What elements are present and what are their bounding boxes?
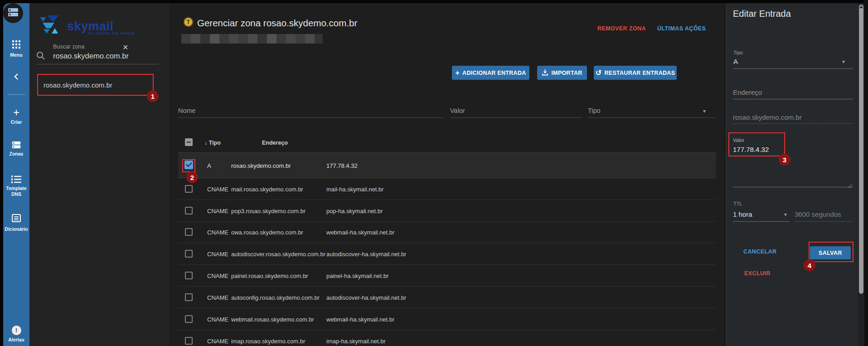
collapse-chevron-icon[interactable] [3, 73, 29, 80]
page-title: Gerenciar zona rosao.skydemo.com.br [197, 18, 357, 29]
row-checkbox[interactable] [185, 250, 193, 258]
redacted-text [181, 34, 323, 44]
table-row[interactable]: CNAMEimap.rosao.skydemo.com.brimap-ha.sk… [178, 330, 716, 346]
remove-zone-button[interactable]: REMOVER ZONA [597, 25, 646, 32]
clear-search-icon[interactable]: ✕ [122, 43, 128, 52]
edit-panel-title: Editar Entrada [733, 9, 791, 19]
save-button[interactable]: SALVAR [810, 246, 851, 259]
row-checkbox[interactable] [185, 272, 193, 279]
table-row[interactable]: CNAMEowa.rosao.skydemo.com.brwebmail-ha.… [178, 221, 716, 243]
cancel-button[interactable]: CANCELAR [743, 249, 776, 255]
sidebar-item-template-dns[interactable]: TemplateDNS [3, 185, 29, 197]
sidebar-divider [8, 94, 25, 95]
table-row[interactable]: CNAMEpop3.rosao.skydemo.com.brpop-ha.sky… [178, 200, 716, 222]
chevron-down-icon[interactable]: ▾ [784, 211, 787, 218]
endereco-hint: rosao.skydemo.com.br [733, 113, 802, 121]
sidebar-item-zonas[interactable]: Zonas [3, 151, 29, 157]
row-checkbox[interactable] [185, 337, 193, 345]
scroll-up-arrow-icon[interactable] [859, 5, 863, 8]
table-row[interactable]: CNAMEpainel.rosao.skydemo.com.brpainel-h… [178, 265, 716, 287]
endereco-input[interactable]: Endereço [733, 88, 762, 96]
zone-result-label: rosao.skydemo.com.br [44, 81, 112, 89]
chevron-down-icon[interactable]: ▾ [842, 58, 845, 65]
zone-result-item[interactable]: rosao.skydemo.com.br [37, 74, 154, 96]
filter-tipo-underline [588, 117, 715, 118]
delete-button[interactable]: EXCLUIR [744, 270, 771, 277]
tipo-underline [733, 68, 853, 69]
row-checkbox[interactable] [185, 185, 193, 193]
app-switcher-button[interactable] [3, 3, 23, 23]
sidebar-item-menu[interactable]: Menu [3, 52, 29, 58]
resize-handle[interactable] [848, 182, 852, 190]
valor-textarea[interactable]: 177.78.4.32 [733, 146, 769, 153]
annotation-badge-3: 3 [779, 154, 790, 166]
table-row[interactable]: CNAMEwebmail.rosao.skydemo.com.brwebmail… [178, 308, 716, 330]
annotation-badge-4: 4 [804, 259, 815, 271]
column-header-endereco[interactable]: Endereço [262, 140, 288, 146]
row-checkbox[interactable] [185, 228, 193, 236]
scrollbar-thumb[interactable] [859, 5, 863, 294]
dictionary-icon[interactable] [3, 214, 29, 222]
plus-icon: + [455, 70, 460, 76]
ttl-underline [733, 221, 790, 222]
last-actions-button[interactable]: ÚLTIMAS AÇÕES [657, 25, 706, 32]
edit-entry-panel: Editar Entrada Tipo A ▾ Endereço rosao.s… [725, 3, 858, 346]
skymail-logo-icon [39, 15, 63, 36]
ttl-seconds-readonly: 3600 segundos [795, 210, 841, 218]
alert-icon[interactable]: ! [3, 326, 29, 335]
numbered-list-icon[interactable] [3, 175, 29, 183]
sidebar-item-dicionario[interactable]: Dicionário [3, 226, 29, 232]
search-field-label: Buscar zona [53, 44, 84, 50]
restore-icon: ↺ [596, 70, 602, 76]
ttl-seconds-underline [795, 221, 853, 222]
add-entry-button[interactable]: + ADICIONAR ENTRADA [452, 66, 529, 80]
table-row[interactable]: CNAMEmail.rosao.skydemo.com.brmail-ha.sk… [178, 178, 716, 200]
server-icon [8, 8, 19, 19]
zones-icon[interactable] [3, 141, 29, 149]
chevron-down-icon[interactable]: ▾ [703, 108, 706, 114]
sidebar-item-alertas[interactable]: Alertas [3, 337, 29, 343]
row-checkbox[interactable] [185, 315, 193, 323]
ttl-field-label: TTL [733, 201, 742, 206]
sort-desc-icon: ↓ [204, 140, 207, 146]
zone-type-coin-icon: T [184, 17, 193, 27]
endereco-underline [733, 99, 853, 99]
window-edge [864, 0, 868, 346]
filter-nome-underline [178, 117, 443, 118]
search-icon [36, 51, 45, 62]
endereco-hint-underline [733, 123, 853, 124]
valor-field-label: Valor [733, 137, 744, 143]
plus-icon[interactable]: + [3, 107, 29, 117]
sidebar: Menu + Criar Zonas TemplateDNS [3, 3, 29, 346]
table-row[interactable]: A rosao.skydemo.com.br 177.78.4.32 [178, 153, 716, 178]
search-underline [36, 64, 159, 64]
select-all-checkbox[interactable] [185, 138, 193, 146]
tipo-field-label: Tipo [733, 50, 743, 55]
zone-search-panel: skymail SOLUÇÕES EM NUVEM Buscar zona ro… [29, 3, 169, 346]
filter-valor-input[interactable]: Valor [450, 107, 465, 114]
main-content: T Gerenciar zona rosao.skydemo.com.br RE… [169, 3, 724, 346]
sidebar-item-criar[interactable]: Criar [3, 119, 29, 125]
logo-tagline: SOLUÇÕES EM NUVEM [87, 31, 135, 35]
download-icon [542, 69, 548, 77]
tipo-select[interactable]: A [733, 58, 738, 65]
table-row[interactable]: CNAMEautodiscover.rosao.skydemo.com.brau… [178, 243, 716, 265]
row-checkbox-checked[interactable] [184, 161, 193, 169]
valor-underline [733, 187, 853, 187]
ttl-select[interactable]: 1 hora [733, 210, 752, 218]
row-checkbox[interactable] [185, 207, 193, 214]
search-input[interactable]: rosao.skydemo.com.br [53, 52, 129, 60]
filter-nome-input[interactable]: Nome [178, 107, 196, 114]
import-button[interactable]: IMPORTAR [537, 66, 587, 80]
filter-valor-underline [450, 117, 582, 118]
row-checkbox[interactable] [185, 293, 193, 301]
filter-tipo-select[interactable]: Tipo [588, 107, 601, 114]
restore-entries-button[interactable]: ↺ RESTAURAR ENTRADAS [594, 66, 677, 80]
column-header-tipo[interactable]: ↓ Tipo [204, 140, 221, 146]
menu-grid-icon[interactable] [3, 40, 29, 49]
table-row[interactable]: CNAMEautoconfig.rosao.skydemo.com.brauto… [178, 287, 716, 308]
